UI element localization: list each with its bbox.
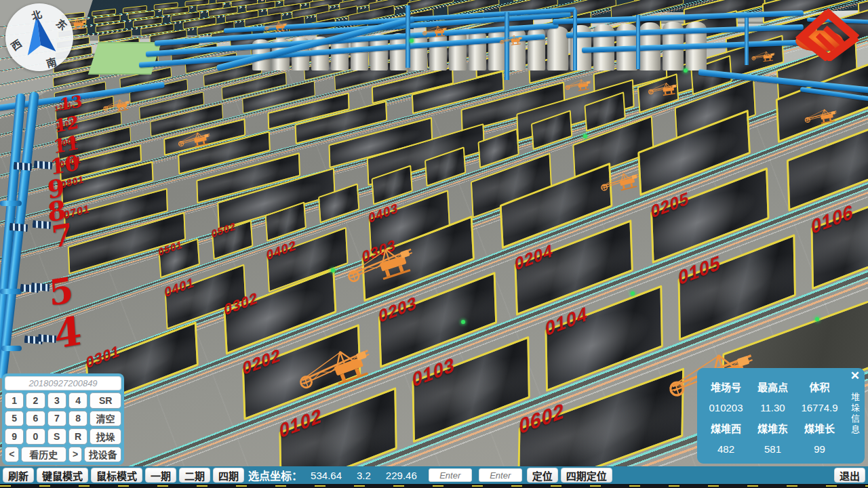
pipe-junction [14, 162, 33, 171]
silo [547, 26, 568, 71]
coord-y-value: 3.2 [357, 470, 371, 481]
company-logo [795, 8, 864, 61]
phase4-button[interactable]: 四期 [213, 468, 244, 483]
locate-button[interactable]: 定位 [527, 468, 558, 483]
info-field-label: 体积 [796, 380, 843, 394]
keypad-key[interactable]: > [68, 447, 83, 463]
silo [469, 30, 486, 70]
coord-input-2[interactable] [479, 468, 522, 482]
pipe-junction [9, 223, 28, 232]
keypad-key[interactable]: 2 [26, 392, 45, 409]
keypad-key[interactable]: 4 [68, 392, 87, 409]
info-field-value: 16774.9 [796, 402, 843, 413]
phase4-locate-button[interactable]: 四期定位 [561, 468, 612, 483]
keypad-key[interactable]: 9 [5, 428, 24, 445]
coord-input-1[interactable] [429, 468, 472, 482]
keypad-key[interactable]: 8 [68, 411, 87, 427]
row-number-marker: 7 [51, 219, 73, 252]
keyboard-mouse-mode-button[interactable]: 键鼠模式 [37, 468, 88, 483]
pile-info-grid: 堆场号最高点体积01020311.3016774.9煤堆西煤堆东煤堆长48258… [703, 376, 843, 458]
bottom-toolbar: 刷新 键鼠模式 鼠标模式 一期 二期 四期 选点坐标： 534.64 3.2 2… [0, 466, 868, 484]
info-field-label: 煤堆东 [749, 421, 796, 435]
conveyor-post [406, 5, 410, 68]
info-field-label: 最高点 [749, 380, 796, 394]
info-field-value: 99 [796, 443, 843, 455]
status-light [461, 320, 465, 324]
compass-south-label: 南 [45, 54, 58, 70]
pipe-junction [31, 283, 50, 291]
info-field-label: 堆场号 [703, 380, 749, 394]
picked-point-label: 选点坐标： [248, 467, 302, 483]
info-field-label: 煤堆长 [796, 421, 843, 435]
keypad-key[interactable]: R [68, 428, 87, 445]
exit-button[interactable]: 退出 [834, 468, 865, 483]
keypad-key[interactable]: < [5, 447, 19, 463]
scene-bottom-strip [0, 484, 868, 488]
status-light [815, 317, 819, 321]
keypad-key[interactable]: 3 [47, 392, 66, 409]
history-keypad-panel: 1234SR5678清空90SR找垛<看历史>找设备 [2, 373, 124, 465]
refresh-button[interactable]: 刷新 [3, 468, 34, 483]
keypad-key[interactable]: 找设备 [84, 447, 121, 463]
row-number-marker: 4 [53, 310, 83, 354]
blue-pipe [0, 201, 22, 206]
pipe-junction [38, 334, 57, 343]
blue-pipe [1, 346, 22, 351]
keypad-key[interactable]: 5 [5, 411, 24, 427]
row-number-marker: 13 [59, 93, 83, 113]
keypad-key[interactable]: 6 [26, 411, 45, 427]
info-field-value: 010203 [703, 402, 749, 413]
keypad-key[interactable]: 清空 [90, 411, 121, 427]
info-field-value: 11.30 [749, 402, 796, 413]
conveyor-post [636, 15, 640, 69]
status-light [631, 291, 635, 296]
keypad-key[interactable]: 7 [47, 411, 66, 427]
status-light [583, 134, 587, 138]
coord-x-value: 534.64 [311, 470, 342, 481]
keypad-key[interactable]: 0 [26, 428, 45, 445]
close-icon[interactable]: ✕ [850, 370, 860, 382]
keypad-key[interactable]: 找垛 [90, 428, 121, 445]
conveyor-post [573, 9, 577, 70]
blue-pipe [0, 289, 22, 294]
pile-info-tab[interactable]: 堆垛信息 [848, 392, 861, 436]
mouse-mode-button[interactable]: 鼠标模式 [91, 468, 142, 483]
phase2-button[interactable]: 二期 [179, 468, 210, 483]
row-number-marker: 5 [47, 272, 74, 311]
status-light [410, 39, 414, 43]
compass: 北 东 南 西 [5, 3, 73, 71]
keypad-key[interactable]: 看历史 [21, 447, 66, 463]
coord-z-value: 229.46 [386, 470, 417, 481]
phase1-button[interactable]: 一期 [145, 468, 176, 483]
keypad-key[interactable]: S [47, 428, 66, 445]
history-timestamp-input[interactable] [5, 376, 121, 390]
keypad-key[interactable]: SR [90, 392, 121, 409]
conveyor-post [745, 18, 749, 65]
status-light [684, 68, 688, 73]
status-light [331, 268, 335, 272]
coal-yard-3d-view[interactable]: 1201110110010901080107010501050204010402… [0, 0, 868, 488]
pile-info-panel: ✕ 堆垛信息 堆场号最高点体积01020311.3016774.9煤堆西煤堆东煤… [697, 368, 865, 464]
keypad-key[interactable]: 1 [5, 392, 24, 409]
info-field-value: 581 [749, 443, 796, 455]
green-field [88, 42, 161, 75]
info-field-value: 482 [703, 443, 749, 455]
info-field-label: 煤堆西 [703, 421, 749, 435]
